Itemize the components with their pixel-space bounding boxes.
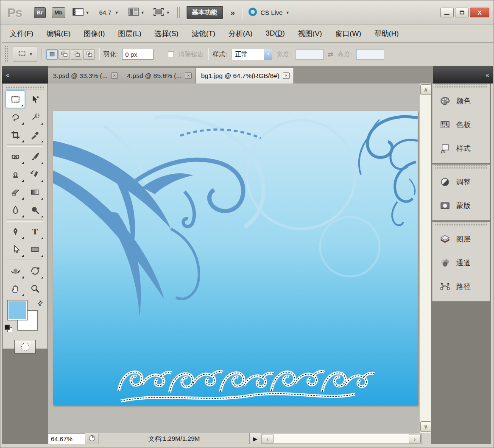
quick-mask-button[interactable] [14, 340, 36, 353]
panel-dock-header[interactable]: « [433, 66, 493, 83]
tool-rectangle-shape[interactable] [25, 240, 45, 258]
tab-close-icon[interactable]: × [185, 72, 192, 79]
view-extras-button[interactable]: ▼ [71, 7, 91, 19]
arrange-documents-button[interactable]: ▼ [127, 7, 146, 19]
workspace-button[interactable]: 基本功能 [187, 6, 223, 19]
tool-pen[interactable] [6, 223, 25, 240]
status-timer-button[interactable] [85, 433, 99, 444]
panel-button-label: 路径 [456, 282, 471, 292]
tab-close-icon[interactable]: × [111, 72, 118, 79]
tab-close-icon[interactable]: × [283, 72, 290, 79]
tool-type[interactable]: T [25, 223, 45, 240]
zoom-icon [30, 284, 40, 294]
canvas-image[interactable] [53, 111, 418, 405]
tool-lasso[interactable] [6, 108, 25, 126]
subtract-from-selection-button[interactable] [71, 49, 82, 60]
tool-magic-wand[interactable] [25, 108, 45, 126]
menu-item-10[interactable]: 帮助(H) [374, 29, 399, 39]
menu-item-3[interactable]: 图层(L) [118, 29, 142, 39]
tool-crop[interactable] [6, 126, 25, 144]
tool-move[interactable] [25, 90, 45, 108]
mini-bridge-button[interactable]: Mb [52, 7, 65, 18]
panel-grip[interactable] [435, 84, 487, 88]
foreground-color-swatch[interactable] [7, 300, 28, 320]
tool-eraser[interactable] [6, 183, 25, 201]
scroll-left-button[interactable]: ‹ [262, 434, 274, 443]
menu-item-0[interactable]: 文件(F) [10, 29, 33, 39]
style-dropdown[interactable]: 正常 ▼ [231, 49, 272, 60]
menu-item-9[interactable]: 窗口(W) [335, 29, 361, 39]
screen-mode-button[interactable]: ▼ [152, 7, 171, 19]
new-selection-button[interactable] [46, 49, 58, 60]
menu-item-5[interactable]: 滤镜(T) [192, 29, 215, 39]
feather-input[interactable] [122, 49, 154, 60]
panel-grip[interactable] [6, 86, 45, 89]
tool-spot-healing-brush[interactable] [6, 147, 25, 165]
tool-clone-stamp[interactable] [6, 165, 25, 183]
close-button[interactable]: X [470, 8, 489, 17]
tool-eyedropper[interactable] [25, 126, 45, 144]
minimize-button[interactable] [440, 8, 454, 17]
panel-grip[interactable] [435, 165, 487, 169]
tool-gradient[interactable] [25, 183, 45, 201]
canvas-area[interactable]: ∧ ∨ [48, 83, 431, 433]
menu-item-2[interactable]: 图像(I) [84, 29, 105, 39]
panel-button-styles[interactable]: fx样式 [433, 136, 490, 160]
tool-preset-picker[interactable]: ▼ [13, 47, 37, 62]
tool-path-selection[interactable] [6, 240, 25, 258]
tool-history-brush[interactable] [25, 165, 45, 183]
photoshop-window: Ps Br Mb ▼ 64.7 ▼ ▼ ▼ 基本功能 » CS Live ▼ [0, 0, 494, 448]
panel-grip[interactable] [435, 223, 487, 226]
collapse-dock-icon[interactable]: « [486, 72, 489, 78]
tool-zoom[interactable] [25, 280, 45, 298]
tool-3d-orbit[interactable] [25, 262, 45, 280]
height-input[interactable] [356, 49, 384, 60]
swap-dimensions-icon[interactable]: ⇄ [328, 50, 333, 58]
menu-item-7[interactable]: 3D(D) [265, 29, 285, 38]
add-to-selection-button[interactable] [59, 49, 70, 60]
antialias-checkbox[interactable] [168, 51, 174, 57]
tool-rectangular-marquee[interactable] [6, 90, 25, 108]
bridge-button[interactable]: Br [34, 7, 46, 18]
tool-brush[interactable] [25, 147, 45, 165]
scroll-up-button[interactable]: ∧ [420, 84, 431, 95]
divider [42, 48, 42, 60]
panel-button-masks[interactable]: 蒙版 [433, 194, 490, 217]
intersect-selection-button[interactable] [83, 49, 95, 60]
document-tab-2[interactable]: bg1.jpg @ 64.7%(RGB/8#)× [196, 68, 294, 83]
crop-icon [10, 130, 21, 140]
default-colors-icon[interactable] [5, 325, 13, 333]
menu-item-8[interactable]: 视图(V) [298, 29, 322, 39]
menu-item-4[interactable]: 选择(S) [154, 29, 179, 39]
document-tab-0[interactable]: 3.psd @ 33.3% (...× [48, 68, 122, 83]
panel-button-channels[interactable]: 通道 [433, 251, 490, 275]
feather-label: 羽化: [103, 50, 118, 58]
tool-group-divider [7, 145, 43, 147]
status-flyout-button[interactable]: ▶ [250, 433, 261, 444]
panel-button-color[interactable]: 颜色 [433, 89, 490, 113]
scroll-down-button[interactable]: ∨ [420, 421, 431, 432]
panel-button-paths[interactable]: 路径 [433, 275, 490, 298]
workspace-overflow-chevron[interactable]: » [231, 8, 234, 17]
width-input[interactable] [296, 49, 324, 60]
tool-hand[interactable] [6, 280, 25, 298]
zoom-level-control[interactable]: 64.7 ▼ [99, 9, 119, 16]
tool-dock-header[interactable]: « [2, 66, 48, 83]
tool-blur[interactable] [6, 201, 25, 219]
panel-button-adjustments[interactable]: 调整 [433, 170, 490, 194]
panel-button-swatches[interactable]: 色板 [433, 113, 490, 136]
scroll-right-button[interactable]: › [409, 434, 421, 443]
panel-button-layers[interactable]: 图层 [433, 227, 490, 251]
restore-button[interactable] [455, 8, 469, 17]
tool-3d-rotate[interactable] [6, 262, 25, 280]
tool-dodge[interactable] [25, 201, 45, 219]
horizontal-scrollbar[interactable]: ‹ › [261, 434, 421, 444]
vertical-scrollbar[interactable]: ∧ ∨ [419, 83, 431, 433]
cs-live-button[interactable]: CS Live ▼ [248, 7, 289, 18]
menu-item-6[interactable]: 分析(A) [229, 29, 253, 39]
menu-item-1[interactable]: 编辑(E) [47, 29, 71, 39]
collapse-dock-icon[interactable]: « [6, 72, 9, 78]
swap-colors-icon[interactable]: ⇄ [36, 298, 45, 308]
document-tab-1[interactable]: 4.psd @ 85.6% (...× [122, 68, 196, 83]
status-zoom-field[interactable]: 64.67% [48, 433, 85, 444]
